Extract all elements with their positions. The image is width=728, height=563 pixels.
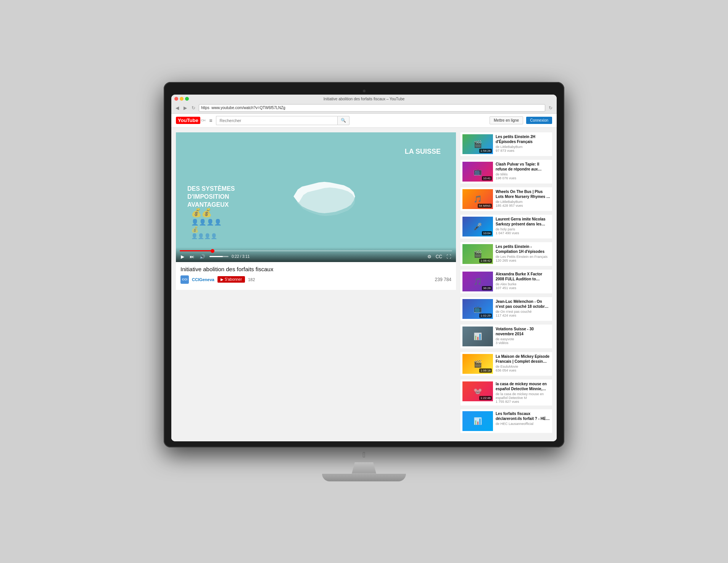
sidebar-thumb-9: 🐭 1:22:46 xyxy=(462,381,493,401)
settings-button[interactable]: ⚙ xyxy=(426,254,433,260)
camera-dot xyxy=(363,90,366,92)
address-bar[interactable] xyxy=(199,104,545,112)
sidebar-item[interactable]: 🎵 54 MINS Wheels On The Bus | Plus Lots … xyxy=(461,187,552,211)
sidebar-duration-9: 1:22:46 xyxy=(479,396,492,400)
sidebar-views-7: 3 vidéos xyxy=(496,341,550,345)
sidebar-title-8: La Maison de Mickey Episode Francais | C… xyxy=(496,354,550,364)
subscribe-button[interactable]: ▶ S'abonner xyxy=(217,276,245,283)
sidebar-duration-0: 1:54:26 xyxy=(479,149,492,153)
sidebar-title-4: Les petits Einstein - Compilation 1H d'é… xyxy=(496,244,550,254)
youtube-logo-icon: YouTube xyxy=(176,117,200,124)
browser-toolbar: ◀ ▶ ↻ ↻ xyxy=(174,103,554,113)
refresh-btn[interactable]: ↻ xyxy=(548,105,554,111)
sidebar-thumb-7: 📊 xyxy=(462,327,493,346)
play-button[interactable]: ▶ xyxy=(180,254,185,260)
youtube-logo[interactable]: YouTube CH xyxy=(176,117,205,124)
monitor-bezel: Initiative abolition des forfaits fiscau… xyxy=(171,95,557,441)
maximize-window-btn[interactable] xyxy=(185,97,189,101)
sidebar-thumb-5: 🎵 36:26 xyxy=(462,272,493,291)
volume-bar[interactable] xyxy=(209,256,229,257)
forward-btn[interactable]: ▶ xyxy=(182,105,188,111)
browser-title: Initiative abolition des forfaits fiscau… xyxy=(324,97,405,101)
sidebar-duration-3: 10:04 xyxy=(482,231,492,235)
progress-bar[interactable] xyxy=(180,250,452,251)
sidebar-info-8: La Maison de Mickey Episode Francais | C… xyxy=(496,354,550,374)
channel-avatar: CCI xyxy=(180,275,189,284)
youtube-main: DES SYSTÈMES D'IMPOSITION AVANTAGEUX xyxy=(171,128,557,441)
screen: Initiative abolition des forfaits fiscau… xyxy=(171,95,557,441)
sidebar-info-0: Les petits Einstein 2H d'Épisodes França… xyxy=(496,134,550,154)
search-button[interactable]: 🔍 xyxy=(337,116,350,125)
sidebar-views-6: 117 424 vues xyxy=(496,314,550,317)
sidebar-item[interactable]: 📺 1:02:29 Jean-Luc Mélenchon - On n'est … xyxy=(461,297,552,321)
sidebar-info-6: Jean-Luc Mélenchon - On n'est pas couché… xyxy=(496,299,550,319)
sidebar-channel-1: de télés xyxy=(496,172,550,176)
volume-button[interactable]: 🔊 xyxy=(198,254,206,260)
browser-chrome: Initiative abolition des forfaits fiscau… xyxy=(171,95,557,114)
sidebar-item[interactable]: 🎬 1:54:26 Les petits Einstein 2H d'Épiso… xyxy=(461,132,552,156)
sidebar-info-3: Laurent Gerra imite Nicolas Sarkozy prés… xyxy=(496,217,550,236)
close-window-btn[interactable] xyxy=(174,97,178,101)
video-meta: CCI CCIGeneva ▶ S'abonner 182 239 784 xyxy=(180,275,451,284)
sidebar-thumb-10: 📊 xyxy=(462,411,493,431)
progress-fill xyxy=(180,250,213,251)
skip-button[interactable]: ⏭ xyxy=(188,254,195,260)
sidebar-item[interactable]: 🎬 1:08:42 Les petits Einstein - Compilat… xyxy=(461,242,552,266)
ctrl-right: ⚙ CC ⛶ xyxy=(426,254,452,260)
volume-fill xyxy=(209,256,223,257)
browser-content: YouTube CH ≡ 🔍 Mettre en ligne Connexion xyxy=(171,114,557,441)
sidebar-channel-0: de LittleBabyBum xyxy=(496,145,550,149)
video-info: Initiative abolition des forfaits fiscau… xyxy=(176,262,456,290)
video-overlay-left: DES SYSTÈMES D'IMPOSITION AVANTAGEUX xyxy=(187,185,264,209)
reload-btn[interactable]: ↻ xyxy=(190,105,196,111)
sidebar-views-9: 1 755 827 vues xyxy=(496,400,550,404)
sidebar-title-6: Jean-Luc Mélenchon - On n'est pas couché… xyxy=(496,299,550,309)
sidebar-item[interactable]: 🎵 36:26 Alexandra Burke X Factor 2008 FU… xyxy=(461,270,552,293)
sidebar-duration-8: 1:06:18 xyxy=(479,368,492,373)
window-controls xyxy=(174,97,189,101)
subscribe-icon: ▶ xyxy=(221,277,224,282)
video-player[interactable]: DES SYSTÈMES D'IMPOSITION AVANTAGEUX xyxy=(176,132,456,262)
video-content: DES SYSTÈMES D'IMPOSITION AVANTAGEUX xyxy=(176,132,456,262)
sidebar-duration-2: 54 MINS xyxy=(478,204,492,208)
search-input[interactable] xyxy=(216,116,337,125)
hamburger-menu-icon[interactable]: ≡ xyxy=(209,117,212,124)
sidebar-views-2: 185 428 957 vues xyxy=(496,204,550,208)
minimize-window-btn[interactable] xyxy=(180,97,184,101)
browser-titlebar: Initiative abolition des forfaits fiscau… xyxy=(174,97,554,101)
sidebar-item[interactable]: 🎬 1:06:18 La Maison de Mickey Episode Fr… xyxy=(461,352,552,376)
upload-button[interactable]: Mettre en ligne xyxy=(490,116,523,124)
video-overlay-right: LA SUISSE xyxy=(405,148,441,156)
sidebar-item[interactable]: 🐭 1:22:46 la casa de mickey mouse en esp… xyxy=(461,380,552,405)
sidebar-title-0: Les petits Einstein 2H d'Épisodes França… xyxy=(496,134,550,144)
sidebar-channel-6: de On n'est pas couché xyxy=(496,310,550,314)
sidebar-item[interactable]: 📊 Les forfaits fiscaux déclareront-ils f… xyxy=(461,409,552,433)
signin-button[interactable]: Connexion xyxy=(526,117,552,124)
sidebar-title-9: la casa de mickey mouse en español Detec… xyxy=(496,381,550,391)
sidebar-item[interactable]: 🎤 10:04 Laurent Gerra imite Nicolas Sark… xyxy=(461,215,552,238)
captions-button[interactable]: CC xyxy=(435,254,443,260)
back-btn[interactable]: ◀ xyxy=(174,105,180,111)
sidebar-item[interactable]: 📊 Votations Suisse - 30 novembre 2014 de… xyxy=(461,325,552,348)
sidebar-channel-3: de holy paris xyxy=(496,227,550,231)
sidebar-title-3: Laurent Gerra imite Nicolas Sarkozy prés… xyxy=(496,217,550,227)
sidebar-duration-1: 10:41 xyxy=(482,176,492,180)
video-controls: ▶ ⏭ 🔊 0:22 / 3:11 xyxy=(176,247,456,262)
monitor-stand-neck xyxy=(349,462,379,474)
fullscreen-button[interactable]: ⛶ xyxy=(445,254,452,260)
sidebar-thumb-8: 🎬 1:06:18 xyxy=(462,354,493,374)
monitor-body: Initiative abolition des forfaits fiscau… xyxy=(164,82,564,447)
sidebar-duration-6: 1:02:29 xyxy=(479,314,492,318)
sidebar-thumb-1: 📺 10:41 xyxy=(462,162,493,182)
sidebar-views-3: 1 047 490 vues xyxy=(496,231,550,235)
sidebar-title-7: Votations Suisse - 30 novembre 2014 xyxy=(496,327,550,336)
sidebar-info-7: Votations Suisse - 30 novembre 2014 de e… xyxy=(496,327,550,346)
subscribe-label: S'abonner xyxy=(225,277,242,282)
sidebar-channel-9: de la casa de mickey mouse en español De… xyxy=(496,392,550,400)
sidebar-views-8: 636 054 vues xyxy=(496,368,550,372)
channel-name[interactable]: CCIGeneva xyxy=(192,277,214,282)
sidebar-views-5: 107 451 vues xyxy=(496,286,550,290)
sidebar-thumb-0: 🎬 1:54:26 xyxy=(462,134,493,154)
sidebar-item[interactable]: 📺 10:41 Clash Pulvar vs Tapie: Il refuse… xyxy=(461,160,552,183)
sidebar-thumb-4: 🎬 1:08:42 xyxy=(462,244,493,264)
